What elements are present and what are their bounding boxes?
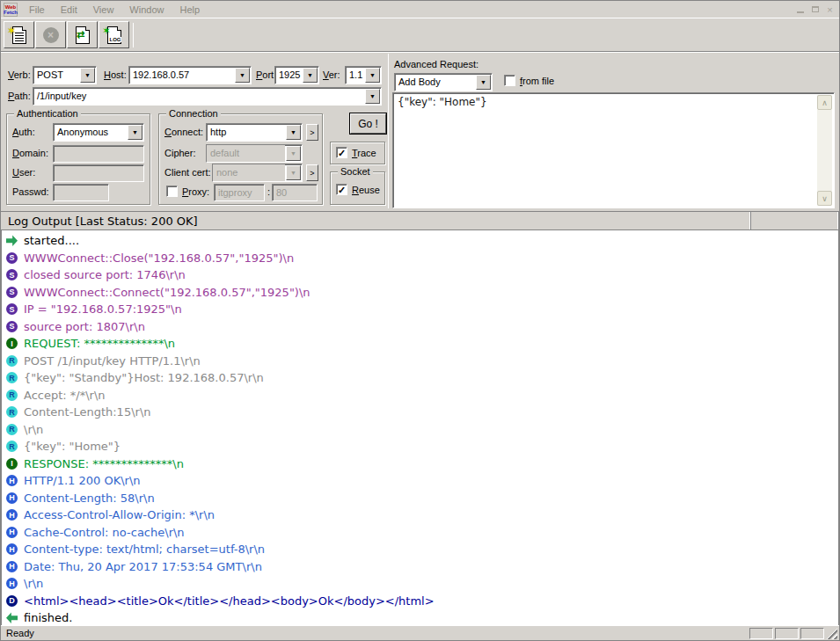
path-select[interactable]: /1/input/key ▼ xyxy=(33,87,382,106)
resend-button[interactable]: ⇄ xyxy=(67,21,98,48)
new-request-button[interactable]: ✶ xyxy=(4,21,34,48)
response-data-icon: D xyxy=(6,595,18,607)
auth-select[interactable]: Anonymous ▼ xyxy=(53,123,144,142)
status-pane-1 xyxy=(749,628,773,639)
minimize-icon[interactable] xyxy=(793,4,807,16)
host-select[interactable]: 192.168.0.57 ▼ xyxy=(128,66,252,84)
passwd-field xyxy=(53,184,109,201)
domain-field xyxy=(53,145,144,163)
log-line: R{"key": "Standby"}Host: 192.168.0.57\r\… xyxy=(2,369,838,387)
response-header-icon: H xyxy=(6,509,18,521)
resize-grip-icon[interactable] xyxy=(826,628,837,639)
connect-select[interactable]: http ▼ xyxy=(206,123,303,142)
socket-title: Socket xyxy=(338,166,373,177)
body-scrollbar[interactable]: ∧ ∨ xyxy=(817,95,832,206)
log-header-title: Log Output [Last Status: 200 OK] xyxy=(1,212,751,229)
proxy-check[interactable]: Proxy: xyxy=(166,186,209,197)
log-text: started.... xyxy=(24,234,79,247)
proxy-host-field: itgproxy xyxy=(214,184,265,201)
log-line: SWWWConnect::Connect("192.168.0.57","192… xyxy=(2,284,838,302)
verb-dropdown-icon[interactable]: ▼ xyxy=(80,68,95,83)
auth-dropdown-icon[interactable]: ▼ xyxy=(128,125,142,140)
log-text: HTTP/1.1 200 OK\r\n xyxy=(24,474,141,487)
status-message: Ready xyxy=(3,628,748,638)
menu-edit[interactable]: Edit xyxy=(53,3,85,17)
stop-icon: × xyxy=(43,27,59,43)
go-button[interactable]: Go ! xyxy=(350,113,386,134)
request-line-icon: R xyxy=(6,372,18,383)
log-line: R{"key": "Home"} xyxy=(2,438,838,455)
log-label: LOG xyxy=(110,37,121,42)
log-line: RContent-Length:15\r\n xyxy=(2,404,838,421)
status-pane-3 xyxy=(800,628,824,639)
log-text: {"key": "Home"} xyxy=(24,440,121,453)
reuse-checkbox[interactable]: ✓ xyxy=(336,184,347,195)
verb-value: POST xyxy=(33,67,79,84)
trace-group: ✓ Trace xyxy=(330,142,385,164)
request-body-textarea[interactable]: {"key": "Home"} ∧ ∨ xyxy=(392,92,835,208)
from-file-check[interactable]: from file xyxy=(504,75,554,86)
trace-check[interactable]: ✓ Trace xyxy=(336,147,376,158)
log-text: POST /1/input/key HTTP/1.1\r\n xyxy=(24,354,201,368)
close-icon[interactable]: × xyxy=(822,4,837,16)
client-cert-select: none ▼ xyxy=(212,164,303,182)
log-line: RAccept: */*\r\n xyxy=(2,387,838,404)
proxy-colon: : xyxy=(267,186,270,197)
reuse-check[interactable]: ✓ Reuse xyxy=(336,184,380,195)
user-label: User: xyxy=(12,167,35,178)
client-cert-expand-button[interactable]: > xyxy=(306,164,318,181)
scroll-down-icon[interactable]: ∨ xyxy=(817,191,832,206)
log-sparkle-icon: ✶ xyxy=(102,25,111,37)
port-dropdown-icon[interactable]: ▼ xyxy=(303,68,318,83)
log-line: HDate: Thu, 20 Apr 2017 17:53:54 GMT\r\n xyxy=(2,558,838,576)
log-button[interactable]: ✶ LOG xyxy=(99,21,129,48)
finished-arrow-icon xyxy=(6,612,18,623)
response-header-icon: H xyxy=(6,527,18,538)
ver-label: Ver: xyxy=(323,69,340,80)
response-header-icon: H xyxy=(6,543,18,555)
log-text: IP = "192.168.0.57:1925"\n xyxy=(24,302,182,316)
scroll-up-icon[interactable]: ∧ xyxy=(817,95,832,110)
verb-select[interactable]: POST ▼ xyxy=(33,66,97,84)
log-line: IREQUEST: **************\n xyxy=(2,335,838,353)
menu-view[interactable]: View xyxy=(85,3,122,17)
connection-group: Connection Connect: http ▼ > Cipher: def… xyxy=(158,113,323,205)
cipher-value: default xyxy=(207,145,285,162)
from-file-checkbox[interactable] xyxy=(504,75,515,86)
status-pane-2 xyxy=(775,628,799,639)
request-line-icon: R xyxy=(6,441,18,452)
menu-help[interactable]: Help xyxy=(172,3,208,17)
ver-select[interactable]: 1.1 ▼ xyxy=(345,66,382,84)
connect-expand-button[interactable]: > xyxy=(306,124,318,141)
proxy-checkbox[interactable] xyxy=(166,186,178,197)
toolbar: ✶ × ⇄ ✶ LOG xyxy=(1,18,839,52)
auth-value: Anonymous xyxy=(54,124,127,141)
menu-window[interactable]: Window xyxy=(121,3,172,17)
stop-button[interactable]: × xyxy=(35,21,66,48)
app-icon[interactable]: Web Fetch xyxy=(4,3,18,17)
connect-dropdown-icon[interactable]: ▼ xyxy=(286,125,301,140)
port-select[interactable]: 1925 ▼ xyxy=(274,66,319,84)
status-bar: Ready xyxy=(1,625,839,640)
host-dropdown-icon[interactable]: ▼ xyxy=(235,68,250,83)
path-dropdown-icon[interactable]: ▼ xyxy=(365,89,380,104)
advanced-mode-dropdown-icon[interactable]: ▼ xyxy=(476,75,491,90)
info-marker-icon: I xyxy=(6,338,18,349)
ver-dropdown-icon[interactable]: ▼ xyxy=(365,68,380,83)
connect-value: http xyxy=(207,124,285,141)
log-line: D<html><head><title>Ok</title></head><bo… xyxy=(2,593,838,610)
log-text: Content-Length: 58\r\n xyxy=(24,492,155,505)
log-header-side-pane xyxy=(751,212,839,229)
log-header: Log Output [Last Status: 200 OK] xyxy=(1,212,839,230)
advanced-mode-select[interactable]: Add Body ▼ xyxy=(394,73,493,91)
menu-file[interactable]: File xyxy=(21,3,53,17)
log-line: started.... xyxy=(2,232,838,250)
path-value: /1/input/key xyxy=(33,88,364,105)
log-text: Content-Length:15\r\n xyxy=(24,405,151,419)
trace-checkbox[interactable]: ✓ xyxy=(336,147,347,158)
log-line: SIP = "192.168.0.57:1925"\n xyxy=(2,301,838,318)
log-line: RPOST /1/input/key HTTP/1.1\r\n xyxy=(2,353,838,370)
proxy-port-field: 80 xyxy=(272,184,318,201)
log-text: Access-Control-Allow-Origin: *\r\n xyxy=(24,508,215,521)
restore-icon[interactable] xyxy=(807,4,822,16)
